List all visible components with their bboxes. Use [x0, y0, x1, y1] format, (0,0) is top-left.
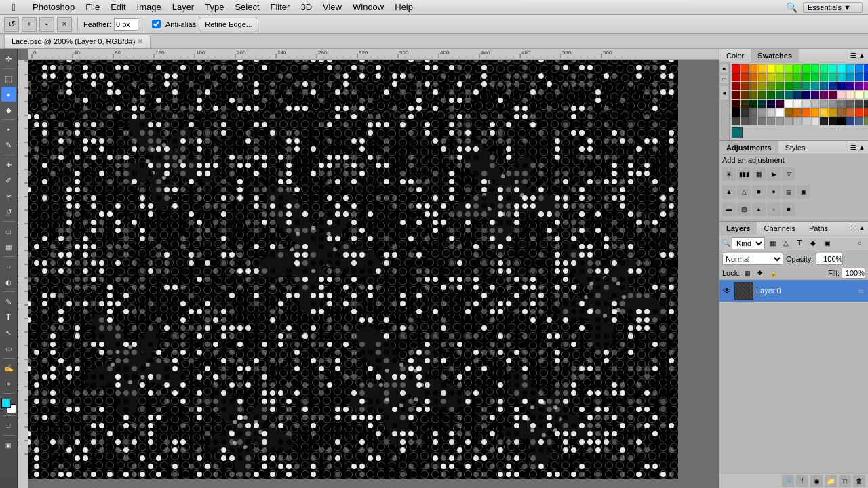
brush-tool[interactable]: ✐ — [1, 173, 16, 188]
color-swatch[interactable] — [802, 73, 810, 81]
layers-tab[interactable]: Layers — [719, 222, 757, 235]
color-swatch[interactable] — [820, 91, 828, 99]
color-swatch[interactable] — [855, 100, 863, 108]
color-swatch[interactable] — [811, 100, 819, 108]
color-swatch[interactable] — [732, 117, 740, 125]
color-swatch[interactable] — [820, 82, 828, 90]
zoom-tool[interactable]: ⌖ — [1, 376, 16, 391]
layers-panel-collapse-icon[interactable]: ▲ — [859, 224, 865, 232]
color-swatch[interactable] — [802, 82, 810, 90]
crop-tool[interactable]: ‣ — [1, 122, 16, 137]
menu-help[interactable]: Help — [389, 1, 418, 14]
curves-adj-icon[interactable]: ▦ — [752, 167, 766, 181]
gradient-map-adj-icon[interactable]: ▫ — [767, 203, 781, 216]
color-swatch[interactable] — [749, 91, 757, 99]
color-swatch[interactable] — [820, 100, 828, 108]
smartobj-filter-icon[interactable]: ▣ — [821, 237, 833, 249]
color-swatch[interactable] — [741, 82, 749, 90]
color-swatch[interactable] — [864, 91, 868, 99]
intersect-selection-icon[interactable]: × — [57, 17, 72, 32]
workspace-selector[interactable]: Essentials ▼ — [803, 2, 863, 13]
color-swatch[interactable] — [811, 73, 819, 81]
channels-tab[interactable]: Channels — [757, 222, 802, 235]
quick-mask-button[interactable]: □ — [1, 418, 16, 433]
pixel-filter-icon[interactable]: ▦ — [766, 237, 778, 249]
color-swatch[interactable] — [811, 64, 819, 73]
fill-input[interactable] — [842, 268, 865, 279]
add-selection-icon[interactable]: + — [22, 17, 37, 32]
color-balance-adj-icon[interactable]: △ — [737, 185, 751, 199]
color-swatch[interactable] — [785, 117, 793, 125]
color-swatch[interactable] — [793, 91, 802, 99]
hue-sat-adj-icon[interactable]: ▲ — [722, 185, 736, 199]
color-swatch[interactable] — [820, 117, 828, 125]
menu-edit[interactable]: Edit — [105, 1, 131, 14]
color-swatch[interactable] — [785, 100, 793, 108]
blur-tool[interactable]: ○ — [1, 259, 16, 274]
color-swatch[interactable] — [749, 82, 757, 90]
color-swatch[interactable] — [767, 73, 775, 81]
swatches-tab[interactable]: Swatches — [751, 49, 799, 62]
photo-filter-adj-icon[interactable]: ● — [767, 185, 781, 199]
exposure-adj-icon[interactable]: ▶ — [767, 167, 781, 181]
subtract-selection-icon[interactable]: - — [39, 17, 54, 32]
menu-image[interactable]: Image — [132, 1, 167, 14]
color-swatch[interactable] — [864, 73, 868, 81]
color-swatch[interactable] — [864, 64, 868, 73]
color-swatch[interactable] — [829, 82, 837, 90]
document-tab[interactable]: Lace.psd @ 200% (Layer 0, RGB/8#) ✕ — [4, 35, 151, 48]
color-swatch[interactable] — [837, 73, 846, 81]
add-style-icon[interactable]: f — [796, 475, 808, 487]
color-swatch[interactable] — [802, 117, 810, 125]
color-swatch[interactable] — [820, 64, 828, 73]
hand-tool[interactable]: ✍ — [1, 361, 16, 375]
color-swatch[interactable] — [732, 73, 740, 81]
color-swatch[interactable] — [811, 108, 819, 117]
foreground-color-swatch[interactable] — [1, 399, 11, 408]
menu-view[interactable]: View — [317, 1, 347, 14]
color-swatch[interactable] — [758, 91, 766, 99]
side-icon-2[interactable]: □ — [719, 75, 729, 84]
menu-photoshop[interactable]: Photoshop — [27, 1, 80, 14]
menu-3d[interactable]: 3D — [295, 1, 317, 14]
menu-select[interactable]: Select — [229, 1, 264, 14]
menu-file[interactable]: File — [80, 1, 105, 14]
color-swatch[interactable] — [829, 91, 837, 99]
color-swatch[interactable] — [758, 108, 766, 117]
color-swatch[interactable] — [776, 73, 784, 81]
color-swatch[interactable] — [776, 100, 784, 108]
lock-pixels-icon[interactable]: ▦ — [742, 268, 753, 279]
color-swatch[interactable] — [793, 108, 802, 117]
color-swatch[interactable] — [855, 64, 863, 73]
feather-input[interactable] — [114, 18, 138, 30]
bw-adj-icon[interactable]: ■ — [752, 185, 766, 199]
color-swatch[interactable] — [741, 91, 749, 99]
layer-options-icon[interactable]: ▭ — [856, 286, 865, 296]
color-swatch[interactable] — [758, 100, 766, 108]
color-swatch[interactable] — [837, 91, 846, 99]
color-swatch[interactable] — [741, 73, 749, 81]
color-swatch[interactable] — [767, 108, 775, 117]
color-swatch[interactable] — [855, 73, 863, 81]
color-swatch[interactable] — [732, 100, 740, 108]
clone-tool[interactable]: ✂ — [1, 188, 16, 203]
color-swatch[interactable] — [749, 117, 757, 125]
color-swatch[interactable] — [776, 108, 784, 117]
menu-layer[interactable]: Layer — [167, 1, 200, 14]
color-swatch[interactable] — [802, 108, 810, 117]
search-icon[interactable]: 🔍 — [786, 2, 797, 13]
color-swatch[interactable] — [741, 117, 749, 125]
lasso-tool[interactable]: ● — [1, 87, 16, 102]
color-swatch[interactable] — [741, 64, 749, 73]
color-swatch[interactable] — [837, 82, 846, 90]
link-layers-icon[interactable]: 🔗 — [782, 475, 794, 487]
color-swatch[interactable] — [846, 117, 854, 125]
gradient-tool[interactable]: ▦ — [1, 239, 16, 254]
adjustments-tab[interactable]: Adjustments — [719, 141, 778, 154]
color-swatch[interactable] — [802, 100, 810, 108]
color-swatch[interactable] — [793, 100, 802, 108]
color-swatch[interactable] — [829, 64, 837, 73]
brightness-adj-icon[interactable]: ☀ — [722, 167, 736, 181]
color-swatch[interactable] — [785, 73, 793, 81]
move-tool[interactable]: ✛ — [1, 52, 16, 66]
